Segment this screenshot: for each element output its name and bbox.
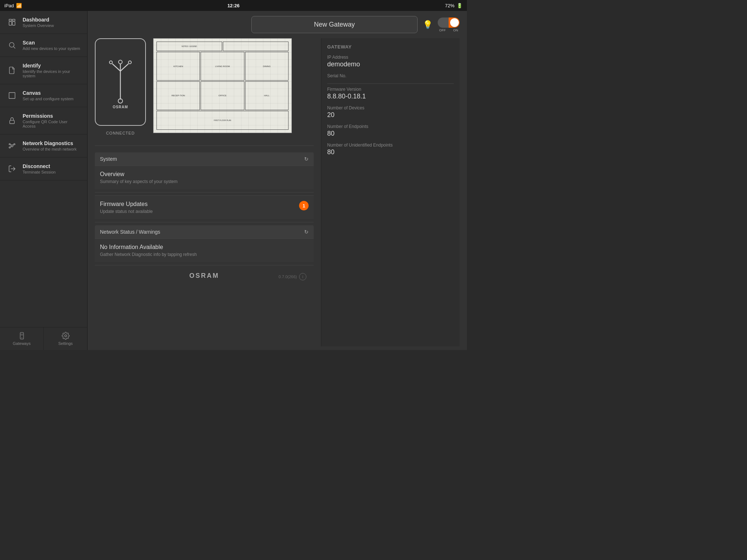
svg-rect-1 bbox=[12, 19, 15, 21]
status-left: iPad 📶 bbox=[4, 3, 22, 8]
network-text: Network Diagnostics Overview of the mesh… bbox=[23, 140, 77, 151]
settings-footer-label: Settings bbox=[58, 341, 73, 346]
sidebar-item-canvas[interactable]: Canvas Set up and configure system bbox=[0, 84, 87, 107]
network-label: Network Diagnostics bbox=[23, 140, 77, 146]
dashboard-sublabel: System Overview bbox=[23, 23, 54, 28]
svg-point-25 bbox=[109, 61, 112, 64]
overview-subtitle: Summary of key aspects of your system bbox=[100, 179, 178, 184]
settings-footer-btn[interactable]: Settings bbox=[44, 327, 87, 350]
ip-address-row: IP Address demodemo bbox=[327, 55, 454, 68]
devices-label: Number of Devices bbox=[327, 105, 454, 110]
bp-room1 bbox=[223, 42, 289, 51]
separator-1 bbox=[95, 145, 314, 146]
device-name: iPad bbox=[4, 3, 14, 8]
separator-overview bbox=[95, 192, 314, 192]
sidebar-item-dashboard[interactable]: Dashboard System Overview bbox=[0, 11, 87, 34]
toggle-off-label: OFF bbox=[439, 28, 446, 32]
disconnect-svg bbox=[8, 165, 16, 173]
devices-row: Number of Devices 20 bbox=[327, 105, 454, 119]
gateway-info-header: Gateway bbox=[327, 44, 454, 50]
svg-rect-6 bbox=[9, 93, 15, 99]
svg-rect-7 bbox=[10, 120, 15, 124]
svg-point-4 bbox=[9, 43, 14, 47]
unidentified-value: 80 bbox=[327, 148, 454, 156]
bp-dining: DINING bbox=[245, 52, 289, 81]
sidebar-item-permissions[interactable]: Permissions Configure QR Code User Acces… bbox=[0, 107, 87, 135]
gateways-footer-label: Gateways bbox=[13, 341, 31, 346]
scan-svg bbox=[8, 41, 16, 49]
canvas-text: Canvas Set up and configure system bbox=[23, 90, 73, 101]
scan-icon bbox=[7, 40, 18, 51]
firmware-version-label: Firmware Version bbox=[327, 87, 454, 92]
gateways-footer-btn[interactable]: Gateways bbox=[0, 327, 44, 350]
dashboard-label: Dashboard bbox=[23, 17, 54, 23]
serial-row: Serial No. bbox=[327, 73, 454, 78]
new-gateway-button[interactable]: New Gateway bbox=[251, 16, 418, 33]
network-refresh-icon[interactable]: ↻ bbox=[304, 229, 309, 235]
system-label: System bbox=[100, 156, 117, 162]
svg-text:OSRAM: OSRAM bbox=[113, 105, 128, 109]
system-section-header[interactable]: System ↻ bbox=[95, 152, 314, 166]
gateway-visuals: OSRAM CONNECTED NOTES / LEGEND bbox=[95, 38, 314, 135]
toggle-switch[interactable] bbox=[438, 18, 460, 28]
scan-text: Scan Add new devices to your system bbox=[23, 40, 80, 51]
canvas-svg bbox=[8, 92, 16, 100]
bp-reception: RECEP-TION bbox=[156, 81, 200, 110]
svg-line-13 bbox=[13, 144, 14, 145]
sidebar: Dashboard System Overview Scan Add new d… bbox=[0, 11, 88, 350]
network-status-header[interactable]: Network Status / Warnings ↻ bbox=[95, 225, 314, 238]
sidebar-item-network[interactable]: Network Diagnostics Overview of the mesh… bbox=[0, 135, 87, 158]
firmware-badge: 1 bbox=[299, 201, 309, 210]
info-button[interactable]: i bbox=[299, 273, 306, 280]
blueprint-image: NOTES / LEGEND KITCHEN LIVING ROOM DININ… bbox=[153, 38, 292, 133]
svg-point-26 bbox=[128, 61, 131, 64]
canvas-label: Canvas bbox=[23, 90, 73, 96]
overview-item[interactable]: Overview Summary of key aspects of your … bbox=[95, 166, 314, 189]
svg-line-22 bbox=[112, 64, 120, 71]
gateway-info-panel: Gateway IP Address demodemo Serial No. F… bbox=[321, 38, 460, 346]
sidebar-item-scan[interactable]: Scan Add new devices to your system bbox=[0, 34, 87, 57]
main-layout: Dashboard System Overview Scan Add new d… bbox=[0, 11, 467, 350]
endpoints-label: Number of Endpoints bbox=[327, 124, 454, 129]
svg-point-24 bbox=[119, 60, 122, 64]
permissions-sublabel: Configure QR Code User Access bbox=[23, 120, 81, 128]
system-refresh-icon[interactable]: ↻ bbox=[304, 156, 309, 162]
unidentified-row: Number of Unidentified Endpoints 80 bbox=[327, 143, 454, 156]
ip-value: demodemo bbox=[327, 61, 454, 68]
svg-point-11 bbox=[9, 147, 11, 148]
identify-sublabel: Identify the devices in your system bbox=[23, 69, 81, 78]
firmware-subtitle: Update status not available bbox=[100, 209, 153, 214]
svg-point-9 bbox=[9, 144, 11, 145]
content-body: OSRAM CONNECTED NOTES / LEGEND bbox=[88, 38, 467, 350]
network-sublabel: Overview of the mesh network bbox=[23, 147, 77, 151]
svg-rect-3 bbox=[12, 22, 15, 25]
device-connected-label: CONNECTED bbox=[106, 131, 135, 135]
device-outline: OSRAM bbox=[95, 38, 146, 126]
firmware-title: Firmware Updates bbox=[100, 201, 153, 207]
sidebar-item-disconnect[interactable]: Disconnect Terminate Session bbox=[0, 158, 87, 180]
identify-icon bbox=[7, 65, 18, 76]
overview-item-header: Overview Summary of key aspects of your … bbox=[100, 171, 309, 184]
permissions-label: Permissions bbox=[23, 113, 81, 119]
battery-percentage: 72% bbox=[445, 3, 454, 8]
osram-device: OSRAM CONNECTED bbox=[95, 38, 146, 135]
permissions-icon bbox=[7, 115, 18, 126]
firmware-item[interactable]: Firmware Updates Update status not avail… bbox=[95, 195, 314, 219]
osram-gateway-svg: OSRAM bbox=[106, 53, 135, 111]
settings-footer-icon bbox=[62, 332, 70, 340]
devices-value: 20 bbox=[327, 111, 454, 119]
wifi-icon: 📶 bbox=[16, 3, 22, 8]
svg-line-14 bbox=[10, 146, 11, 147]
dashboard-text: Dashboard System Overview bbox=[23, 17, 54, 28]
identify-svg bbox=[8, 66, 16, 74]
endpoints-row: Number of Endpoints 80 bbox=[327, 124, 454, 137]
sidebar-item-identify[interactable]: Identify Identify the devices in your sy… bbox=[0, 57, 87, 84]
content-header: New Gateway 💡 OFF ON bbox=[88, 11, 467, 38]
disconnect-sublabel: Terminate Session bbox=[23, 170, 56, 174]
gateways-footer-icon bbox=[18, 332, 26, 340]
disconnect-label: Disconnect bbox=[23, 163, 56, 169]
bp-kitchen: KITCHEN bbox=[156, 52, 200, 81]
osram-footer-logo: OSRAM bbox=[189, 272, 219, 280]
status-right: 72% 🔋 bbox=[445, 3, 462, 8]
svg-line-12 bbox=[10, 144, 11, 145]
